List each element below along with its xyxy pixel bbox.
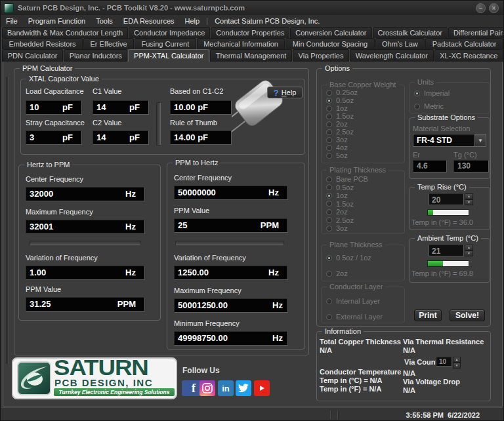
radio-option[interactable]: 0.5oz <box>326 96 358 104</box>
p2h-center-frequency-label: Center Frequency <box>174 174 232 182</box>
radio-option[interactable]: 5oz <box>326 151 358 159</box>
radio-option[interactable]: 2.5oz <box>326 128 358 136</box>
h2p-slider[interactable] <box>30 241 141 245</box>
radio-option[interactable]: External Layer <box>326 309 383 325</box>
ppm-calculator-legend: PPM Calculator <box>20 64 75 72</box>
temp-rise-down-icon[interactable]: ▼ <box>465 199 473 205</box>
menu-item[interactable]: EDA Resources <box>118 17 180 25</box>
p2h-slider[interactable] <box>175 241 284 245</box>
menu-separator <box>207 18 207 25</box>
radio-option[interactable]: 0.5oz / 1oz <box>326 250 371 266</box>
radio-option[interactable]: 2.5oz <box>326 216 368 225</box>
radio-option[interactable]: Internal Layer <box>326 293 383 309</box>
p2h-ppm-value-input[interactable]: 25 PPM <box>174 218 288 233</box>
tab[interactable]: PPM-XTAL Calculator <box>128 49 209 62</box>
c1-value-input[interactable]: 14 pF <box>93 100 149 115</box>
dropdown-arrow-icon[interactable]: ▼ <box>474 134 486 146</box>
tab[interactable]: Min Conductor Spacing <box>285 38 374 49</box>
tab[interactable]: XL-XC Reactance <box>434 49 503 62</box>
tab[interactable]: Conversion Calculator <box>290 27 371 38</box>
via-count-down-icon[interactable]: ▼ <box>453 363 461 369</box>
base-copper-weight-legend: Base Copper Weight <box>327 81 398 89</box>
material-selection-dropdown[interactable]: FR-4 STD ▼ <box>413 134 486 147</box>
stray-capacitance-input[interactable]: 3 pF <box>26 130 82 145</box>
instagram-icon[interactable] <box>200 380 215 396</box>
radio-option[interactable]: 0.5oz <box>326 184 368 192</box>
minimize-button[interactable]: – <box>476 3 486 13</box>
tab[interactable]: Fusing Current <box>135 38 196 49</box>
radio-label: Internal Layer <box>336 297 380 305</box>
radio-label: Metric <box>424 102 444 110</box>
radio-option[interactable]: 0.25oz <box>326 89 358 96</box>
solve-button[interactable]: Solve! <box>450 310 485 321</box>
temp-rise-up-icon[interactable]: ▲ <box>465 193 473 199</box>
menu-item[interactable]: Help <box>180 17 205 25</box>
tab[interactable]: Planar Inductors <box>64 49 127 62</box>
radio-option[interactable]: 3oz <box>326 136 358 144</box>
tab[interactable]: Crosstalk Calculator <box>373 27 448 38</box>
youtube-icon[interactable] <box>254 380 270 396</box>
menu-item[interactable]: Tools <box>91 17 118 25</box>
via-count-spinner[interactable]: 10 ▲ ▼ <box>436 357 461 367</box>
via-count-value[interactable]: 10 <box>436 357 452 367</box>
p2h-minimum-frequency-label: Minimum Frequency <box>174 319 240 327</box>
h2p-variation-value: 1.00 <box>30 268 46 277</box>
facebook-icon[interactable]: f <box>182 380 201 396</box>
ambient-temp-spinner[interactable]: 21 ▲ ▼ <box>429 245 473 256</box>
radio-option[interactable]: Bare PCB <box>326 175 368 184</box>
h2p-variation-unit: Hz <box>125 268 136 277</box>
radio-icon <box>326 145 332 151</box>
h2p-maximum-frequency-unit: Hz <box>125 222 136 231</box>
tab[interactable]: Ohm's Law <box>375 38 425 49</box>
radio-option[interactable]: Metric <box>414 100 450 113</box>
temp-rise-value[interactable]: 20 <box>429 193 464 205</box>
tab[interactable]: Thermal Management <box>210 49 292 62</box>
tab[interactable]: Mechanical Information <box>197 38 285 49</box>
via-count-up-icon[interactable]: ▲ <box>453 357 461 363</box>
radio-option[interactable]: 3oz <box>326 224 368 233</box>
radio-option[interactable]: 2oz <box>326 266 371 281</box>
menu-item[interactable]: Contact Saturn PCB Design, Inc. <box>209 17 325 25</box>
menu-item[interactable]: File <box>1 17 23 25</box>
p2h-center-frequency-input[interactable]: 50000000 Hz <box>174 186 288 200</box>
menu-item[interactable]: Program Function <box>23 17 91 25</box>
tab[interactable]: Conductor Impedance <box>129 27 210 38</box>
twitter-icon[interactable] <box>236 380 251 396</box>
follow-us-label: Follow Us <box>182 366 220 375</box>
h2p-center-frequency-input[interactable]: 32000 Hz <box>26 187 145 201</box>
er-input[interactable]: 4.6 <box>413 160 447 172</box>
print-button[interactable]: Print <box>414 310 442 321</box>
status-separator <box>337 411 339 419</box>
xtal-vertical-slider[interactable] <box>156 102 161 146</box>
radio-label: 1oz <box>336 191 348 199</box>
c2-value-input[interactable]: 14 pF <box>93 130 149 145</box>
tab[interactable]: Via Properties <box>293 49 349 62</box>
tab[interactable]: Embedded Resistors <box>2 38 83 49</box>
tab[interactable]: Bandwidth & Max Conductor Length <box>2 27 128 38</box>
ambient-temp-down-icon[interactable]: ▼ <box>465 251 473 256</box>
tab[interactable]: Wavelength Calculator <box>350 49 434 62</box>
radio-option[interactable]: 1oz <box>326 191 368 200</box>
radio-option[interactable]: 2oz <box>326 120 358 128</box>
information-legend: Information <box>322 327 364 335</box>
radio-option[interactable]: 1.5oz <box>326 112 358 120</box>
tab[interactable]: Conductor Properties <box>211 27 289 38</box>
radio-option[interactable]: 4oz <box>326 144 358 151</box>
close-button[interactable]: × <box>489 3 499 13</box>
radio-option[interactable]: 1.5oz <box>326 200 368 209</box>
tab[interactable]: Er Effective <box>83 38 134 49</box>
radio-option[interactable]: Imperial <box>414 87 450 100</box>
ambient-temp-value[interactable]: 21 <box>429 245 464 256</box>
tg-input[interactable]: 130 <box>453 160 489 172</box>
tab[interactable]: PDN Calculator <box>2 49 63 62</box>
temp-rise-spinner[interactable]: 20 ▲ ▼ <box>429 193 473 205</box>
tab[interactable]: Differential Pairs <box>448 27 504 38</box>
load-capacitance-input[interactable]: 10 pF <box>26 100 82 115</box>
h2p-maximum-frequency-input[interactable]: 32001 Hz <box>26 220 145 234</box>
help-button[interactable]: ? Help <box>267 87 303 98</box>
radio-option[interactable]: 2oz <box>326 208 368 216</box>
ambient-temp-up-icon[interactable]: ▲ <box>465 245 473 251</box>
linkedin-icon[interactable]: in <box>218 380 234 396</box>
radio-option[interactable]: 1oz <box>326 104 358 112</box>
tab[interactable]: Padstack Calculator <box>425 38 503 49</box>
